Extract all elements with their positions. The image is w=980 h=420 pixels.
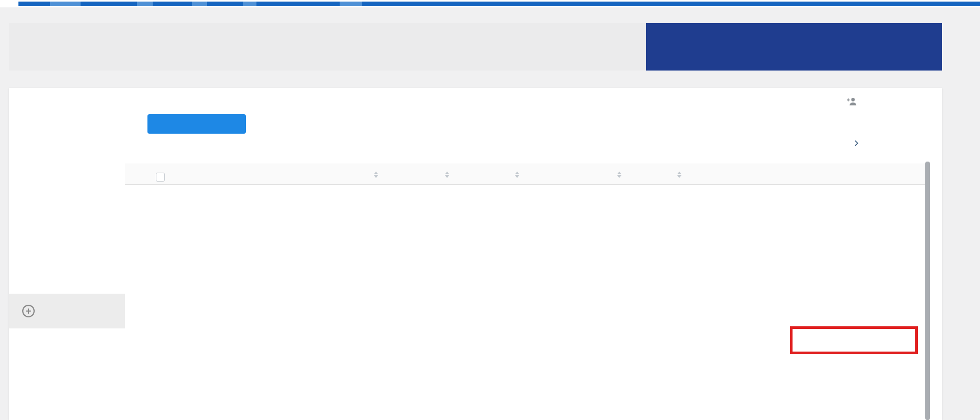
sort-icon[interactable] (445, 172, 450, 178)
table-header-row (125, 164, 930, 185)
top-navbar-segment (340, 2, 362, 6)
vertical-scrollbar[interactable] (925, 162, 930, 420)
top-navbar-segment (137, 2, 153, 6)
add-folder-button[interactable] (9, 294, 125, 328)
new-survey-button[interactable] (147, 114, 246, 134)
select-all-checkbox[interactable] (156, 173, 165, 182)
blog-banner[interactable] (646, 23, 942, 71)
sort-icon[interactable] (515, 172, 520, 178)
top-navbar-segment (50, 2, 81, 6)
share-person-icon (846, 96, 858, 107)
sort-icon[interactable] (617, 172, 622, 178)
top-navbar-segment (243, 2, 256, 6)
top-navbar (0, 0, 980, 7)
pagination (828, 137, 860, 150)
share-folder-button[interactable] (846, 94, 863, 109)
surveys-table (125, 164, 930, 185)
sort-icon[interactable] (374, 172, 379, 178)
module-tabbar (9, 23, 942, 71)
top-navbar-bar (18, 2, 980, 6)
folders-sidebar (9, 88, 125, 420)
top-navbar-segment (192, 2, 207, 6)
surveys-panel (9, 88, 942, 420)
chevron-right-icon (852, 139, 860, 147)
sort-icon[interactable] (677, 172, 682, 178)
next-page-button[interactable] (852, 139, 860, 149)
plus-circle-icon (22, 304, 35, 318)
